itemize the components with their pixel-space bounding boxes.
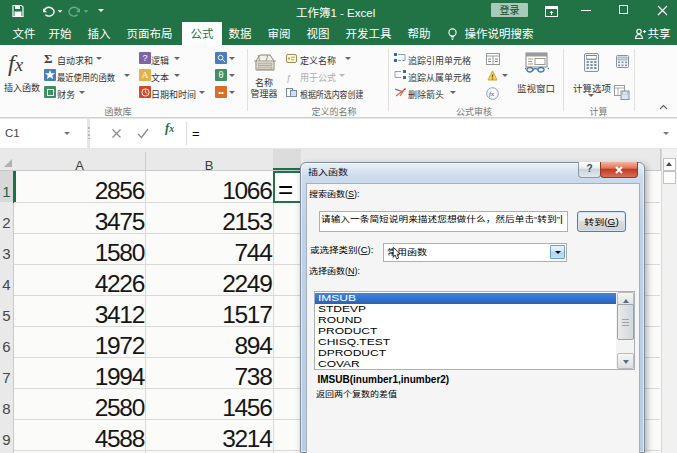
svg-text:fx: fx <box>489 90 495 98</box>
